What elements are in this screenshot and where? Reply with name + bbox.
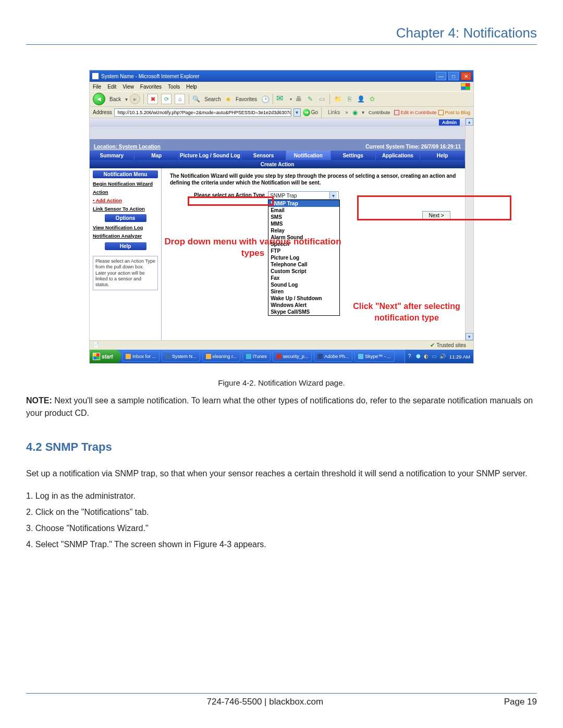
search-label[interactable]: Search	[202, 96, 223, 102]
history-icon[interactable]: 🕑	[261, 95, 270, 103]
close-button[interactable]: ✕	[461, 72, 471, 80]
screenshot-ie-window: System Name - Microsoft Internet Explore…	[89, 70, 474, 364]
home-icon[interactable]: ⌂	[175, 94, 185, 104]
tab-sensors[interactable]: Sensors	[241, 151, 286, 160]
taskbar-item[interactable]: iTunes	[242, 351, 271, 362]
tray-help-icon[interactable]: ?	[408, 353, 414, 360]
note-paragraph: NOTE: Next you'll see a sample notificat…	[26, 394, 537, 419]
post-to-blog[interactable]: Post to Blog	[438, 110, 470, 115]
research-icon[interactable]: ⎘	[345, 94, 354, 104]
address-dropdown-icon[interactable]: ▾	[293, 108, 301, 117]
edit-in-contribute[interactable]: Edit in Contribute	[394, 110, 436, 115]
sidebar-action-head[interactable]: Action	[93, 189, 158, 195]
links-label[interactable]: Links	[325, 109, 343, 115]
option-custom-script[interactable]: Custom Script	[268, 268, 339, 275]
option-mms[interactable]: MMS	[268, 220, 339, 227]
menu-edit[interactable]: Edit	[107, 84, 116, 90]
option-sound-log[interactable]: Sound Log	[268, 281, 339, 288]
next-button[interactable]: Next >	[422, 211, 450, 219]
maximize-button[interactable]: □	[448, 72, 459, 80]
back-button-label[interactable]: Back	[107, 96, 123, 102]
favorites-icon[interactable]: ★	[225, 95, 231, 103]
option-telephone-call[interactable]: Telephone Call	[268, 261, 339, 268]
mail-icon[interactable]: ✉	[276, 93, 288, 105]
sidebar-help-button[interactable]: Help	[105, 242, 146, 250]
chevron-down-icon[interactable]: ▾	[329, 192, 337, 199]
admin-badge[interactable]: Admin	[439, 119, 460, 126]
location-link[interactable]: Location: System Location	[94, 144, 161, 150]
option-relay[interactable]: Relay	[268, 227, 339, 234]
scroll-up-icon[interactable]: ▴	[466, 118, 473, 126]
extra-icon[interactable]: ✿	[368, 94, 377, 104]
menu-view[interactable]: View	[123, 84, 134, 90]
refresh-icon[interactable]: ⟳	[161, 94, 172, 104]
tray-volume-icon[interactable]: 🔊	[439, 353, 446, 360]
taskbar-item[interactable]: eleaning r...	[202, 351, 241, 362]
option-wakeup[interactable]: Wake Up / Shutdown	[268, 295, 339, 302]
menu-favorites[interactable]: Favorites	[140, 84, 162, 90]
taskbar-item[interactable]: System N...	[162, 351, 200, 362]
menu-help[interactable]: Help	[186, 84, 197, 90]
sidebar-add-action[interactable]: Add Action	[93, 198, 158, 203]
tab-notification[interactable]: Notification	[286, 151, 331, 160]
option-windows-alert[interactable]: Windows Alert	[268, 302, 339, 309]
scroll-down-icon[interactable]: ▾	[466, 333, 473, 340]
taskbar-item[interactable]: security_p...	[273, 351, 312, 362]
tray-network-icon[interactable]: ◐	[424, 353, 430, 360]
menu-file[interactable]: File	[93, 84, 101, 90]
folder-icon[interactable]: 📁	[333, 94, 342, 104]
sidebar-options-button[interactable]: Options	[105, 214, 146, 222]
address-url: http://10.1.5.206/wiznotify.php?Page=2&m…	[118, 110, 291, 115]
forward-button[interactable]: ▸	[130, 94, 140, 104]
option-skype[interactable]: Skype Call/SMS	[268, 309, 339, 315]
wizard-main: The Notification Wizard will guide you s…	[162, 168, 465, 340]
tray-display-icon[interactable]: ▭	[432, 353, 438, 360]
taskbar-item[interactable]: Inbox for ...	[122, 351, 160, 362]
option-email[interactable]: Email	[268, 207, 339, 214]
ie-menubar: File Edit View Favorites Tools Help	[90, 82, 473, 91]
edit-icon[interactable]: ✎	[305, 94, 315, 104]
option-snmp-trap[interactable]: SNMP Trap	[268, 200, 339, 207]
norton-icon[interactable]: ◉	[350, 108, 360, 117]
footer-sep: |	[262, 697, 269, 707]
address-input[interactable]: http://10.1.5.206/wiznotify.php?Page=2&m…	[114, 108, 291, 117]
back-button-icon[interactable]: ◄	[93, 93, 105, 105]
option-sms[interactable]: SMS	[268, 214, 339, 220]
minimize-button[interactable]: —	[436, 72, 446, 80]
search-icon[interactable]: 🔍	[192, 95, 200, 103]
note-bold: NOTE:	[26, 396, 52, 405]
messenger-icon[interactable]: 👤	[356, 94, 365, 104]
trusted-sites[interactable]: ✔Trusted sites	[430, 342, 470, 349]
favorites-label[interactable]: Favorites	[234, 96, 259, 102]
taskbar-item[interactable]: Adobe Ph...	[314, 351, 352, 362]
print-icon[interactable]: 🖶	[294, 94, 303, 104]
stop-icon[interactable]: ✖	[148, 94, 158, 104]
tab-summary[interactable]: Summary	[90, 151, 134, 160]
contribute-label[interactable]: Contribute	[366, 110, 393, 115]
tab-applications[interactable]: Applications	[376, 151, 421, 160]
tab-map[interactable]: Map	[134, 151, 179, 160]
sidebar-menu-head: Notification Menu	[93, 170, 158, 178]
menu-tools[interactable]: Tools	[168, 84, 180, 90]
ie-addressbar: Address http://10.1.5.206/wiznotify.php?…	[90, 107, 473, 118]
option-fax[interactable]: Fax	[268, 275, 339, 281]
start-button[interactable]: start	[90, 350, 121, 363]
system-time: Current System Time: 26/7/09 16:29:11	[365, 144, 461, 150]
system-tray[interactable]: ? ⬢ ◐ ▭ 🔊 11:29 AM	[405, 350, 473, 363]
sidebar-begin-wizard[interactable]: Begin Notification Wizard	[93, 181, 158, 187]
sidebar-analyzer[interactable]: Notification Analyzer	[93, 233, 158, 239]
option-siren[interactable]: Siren	[268, 288, 339, 295]
tab-help[interactable]: Help	[420, 151, 465, 160]
discuss-icon[interactable]: ▭	[317, 94, 326, 104]
create-action-header: Create Action	[90, 160, 465, 168]
footer-page: Page 19	[504, 697, 537, 707]
go-button[interactable]: ➜Go	[303, 109, 318, 116]
sidebar-view-log[interactable]: View Notification Log	[93, 225, 158, 230]
taskbar-item[interactable]: Skype™ - ...	[354, 351, 395, 362]
steps-list: 1. Log in as the administrator. 2. Click…	[26, 488, 537, 553]
tray-shield-icon[interactable]: ⬢	[416, 353, 422, 360]
sidebar-link-sensor[interactable]: Link Sensor To Action	[93, 206, 158, 212]
tab-picturelog[interactable]: Picture Log / Sound Log	[179, 151, 242, 160]
tab-settings[interactable]: Settings	[331, 151, 376, 160]
ie-statusbar: 📄 ✔Trusted sites	[90, 340, 473, 350]
